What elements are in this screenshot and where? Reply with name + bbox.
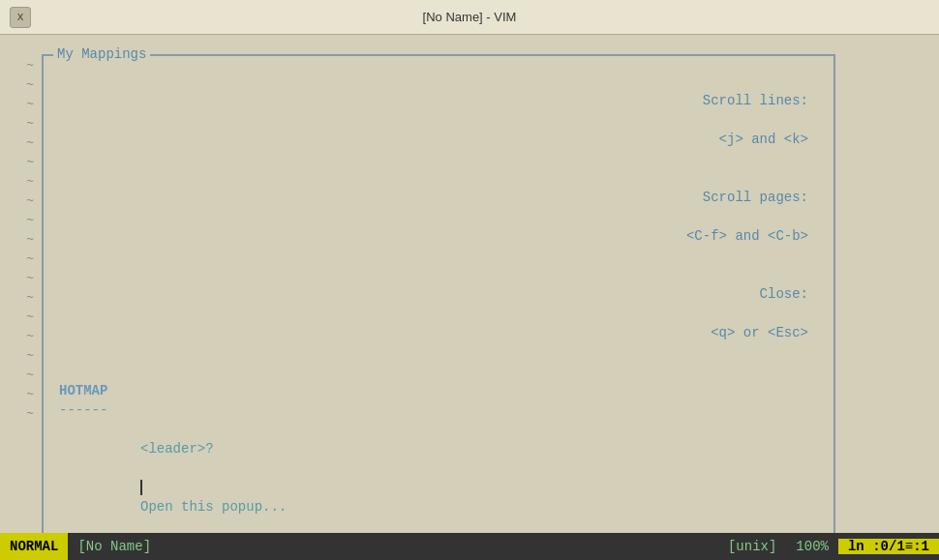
line-numbers: ~ ~ ~ ~ ~ ~ ~ ~ ~ ~ ~ ~ ~ ~ ~ ~ ~ ~ ~ [15,54,42,424]
close-button[interactable]: x [10,7,31,28]
scroll-lines-info: Scroll lines: <j> and <k> [59,72,818,168]
close-info: Close: <q> or <Esc> [59,265,818,362]
popup-title: My Mappings [53,46,150,62]
blank-1 [59,362,818,381]
status-percent: 100% [786,539,838,554]
window-title: [No Name] - VIM [423,10,517,24]
text-cursor [140,480,142,495]
popup-content: Scroll lines: <j> and <k> Scroll pages: … [59,64,818,560]
popup-container: My Mappings Scroll lines: <j> and <k> Sc… [42,54,924,560]
status-position: ln :0/1 ≡:1 [838,539,939,554]
main-area: ~ ~ ~ ~ ~ ~ ~ ~ ~ ~ ~ ~ ~ ~ ~ ~ ~ ~ ~ My… [0,35,939,533]
statusbar: NORMAL [No Name] [unix] 100% ln :0/1 ≡:1 [0,533,939,560]
scroll-pages-info: Scroll pages: <C-f> and <C-b> [59,168,818,265]
status-mode: NORMAL [0,533,68,560]
hotmap-header: HOTMAP [59,381,818,400]
popup-box: My Mappings Scroll lines: <j> and <k> Sc… [42,54,835,560]
status-fileformat: [unix] [718,539,786,554]
leader-q-line: <leader>? Open this popup... [59,420,818,536]
hotmap-divider: ------ [59,400,818,420]
titlebar: x [No Name] - VIM [0,0,939,35]
status-right: [unix] 100% ln :0/1 ≡:1 [718,539,939,554]
status-filename: [No Name] [68,539,161,554]
close-icon: x [16,11,23,24]
